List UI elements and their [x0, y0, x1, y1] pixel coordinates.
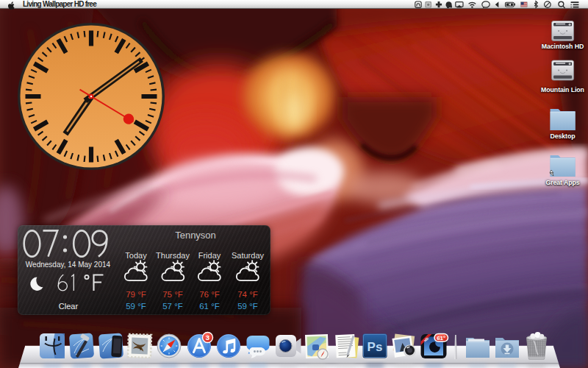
svg-text:Ps: Ps	[368, 340, 383, 354]
svg-text:61°: 61°	[437, 335, 445, 342]
svg-text:3: 3	[206, 333, 209, 342]
